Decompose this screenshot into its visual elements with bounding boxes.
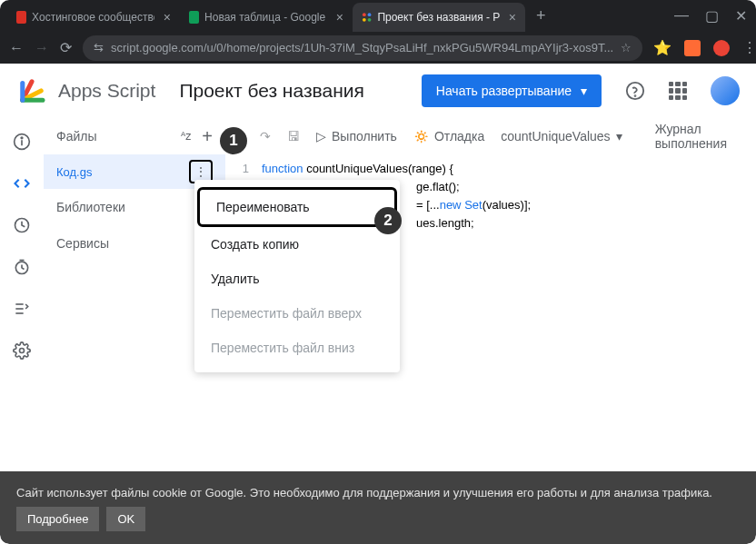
new-tab-button[interactable]: +	[525, 6, 557, 25]
cookie-text: Сайт использует файлы cookie от Google. …	[16, 484, 740, 502]
forward-button[interactable]: →	[35, 40, 49, 56]
deploy-button[interactable]: Начать развертывание ▾	[422, 74, 602, 107]
editor-icon[interactable]	[11, 173, 33, 194]
app-name: Apps Script	[58, 80, 155, 102]
svg-point-1	[368, 13, 372, 16]
settings-icon[interactable]	[11, 340, 33, 361]
close-icon[interactable]: ×	[509, 10, 516, 25]
tab-title: Проект без названия - Редакт	[377, 11, 499, 24]
apps-grid-icon[interactable]	[669, 82, 687, 100]
extension-icon[interactable]	[713, 40, 730, 56]
reload-button[interactable]: ⟳	[60, 39, 72, 56]
app-header: Apps Script Проект без названия Начать р…	[0, 64, 756, 118]
minimize-icon[interactable]: ―	[674, 7, 689, 25]
close-icon[interactable]: ×	[336, 10, 343, 25]
back-button[interactable]: ←	[9, 40, 24, 56]
cookie-banner: Сайт использует файлы cookie от Google. …	[0, 471, 756, 545]
chevron-down-icon: ▾	[581, 84, 587, 98]
history-icon[interactable]	[11, 214, 33, 236]
star-icon[interactable]: ☆	[621, 41, 632, 54]
sort-icon[interactable]: ᴬᴢ	[181, 130, 191, 143]
deploy-label: Начать развертывание	[436, 84, 572, 98]
more-icon[interactable]: ⋮	[742, 39, 756, 56]
editor-toolbar: ↶ ↷ 🖫 ▷Выполнить 🔅Отладка countUniqueVal…	[225, 118, 756, 154]
maximize-icon[interactable]: ▢	[705, 7, 719, 25]
tab-2[interactable]: Проект без названия - Редакт ×	[353, 3, 525, 32]
play-icon: ▷	[316, 129, 326, 143]
svg-point-2	[363, 18, 366, 22]
menu-move-down: Переместить файл вниз	[194, 331, 400, 365]
save-icon[interactable]: 🖫	[287, 129, 300, 143]
help-icon[interactable]	[625, 81, 645, 101]
cookie-more-button[interactable]: Подробнее	[16, 507, 99, 531]
menu-rename[interactable]: Переименовать	[197, 187, 397, 227]
apps-script-logo	[16, 75, 47, 106]
svg-point-0	[363, 13, 366, 16]
lock-icon: ⇆	[94, 41, 104, 54]
cookie-ok-button[interactable]: OK	[106, 507, 145, 531]
executions-icon[interactable]	[11, 298, 33, 320]
menu-move-up: Переместить файл вверх	[194, 296, 400, 331]
redo-icon[interactable]: ↷	[260, 129, 271, 143]
bookmark-icon[interactable]: ⭐	[653, 39, 671, 56]
run-button[interactable]: ▷Выполнить	[316, 129, 397, 143]
debug-button[interactable]: 🔅Отладка	[413, 129, 484, 143]
tab-0[interactable]: Хостинговое сообщество «Tim ×	[7, 3, 180, 32]
svg-point-8	[21, 137, 23, 139]
tab-1[interactable]: Новая таблица - Google Табли ×	[180, 3, 353, 32]
files-header-label: Файлы	[56, 129, 96, 143]
chevron-down-icon: ▾	[616, 129, 622, 143]
annotation-badge-1: 1	[220, 127, 247, 154]
close-window-icon[interactable]: ✕	[735, 7, 747, 25]
context-menu: Переименовать Создать копию Удалить Пере…	[194, 180, 400, 372]
function-select[interactable]: countUniqueValues▾	[501, 129, 622, 143]
favicon	[362, 11, 372, 24]
execution-log-button[interactable]: Журнал выполнения	[655, 122, 749, 151]
menu-delete[interactable]: Удалить	[194, 262, 400, 296]
svg-point-14	[20, 349, 25, 353]
tab-title: Хостинговое сообщество «Tim	[32, 11, 154, 24]
triggers-icon[interactable]	[11, 256, 33, 278]
svg-point-5	[635, 95, 636, 96]
favicon	[189, 11, 199, 24]
user-avatar[interactable]	[711, 76, 740, 105]
url-text: script.google.com/u/0/home/projects/1Uh-…	[111, 41, 613, 54]
address-bar[interactable]: ⇆ script.google.com/u/0/home/projects/1U…	[83, 35, 642, 61]
project-name[interactable]: Проект без названия	[179, 80, 363, 102]
favicon	[16, 11, 26, 24]
close-icon[interactable]: ×	[164, 10, 171, 25]
menu-copy[interactable]: Создать копию	[194, 227, 400, 262]
bug-icon: 🔅	[413, 129, 429, 143]
extension-icon[interactable]	[684, 40, 701, 56]
file-name: Код.gs	[56, 165, 92, 179]
browser-tabs: Хостинговое сообщество «Tim × Новая табл…	[0, 0, 756, 32]
tab-title: Новая таблица - Google Табли	[204, 11, 327, 24]
annotation-badge-2: 2	[374, 207, 402, 234]
info-icon[interactable]	[11, 131, 33, 153]
svg-point-3	[368, 18, 372, 22]
add-file-icon[interactable]: +	[202, 126, 213, 147]
